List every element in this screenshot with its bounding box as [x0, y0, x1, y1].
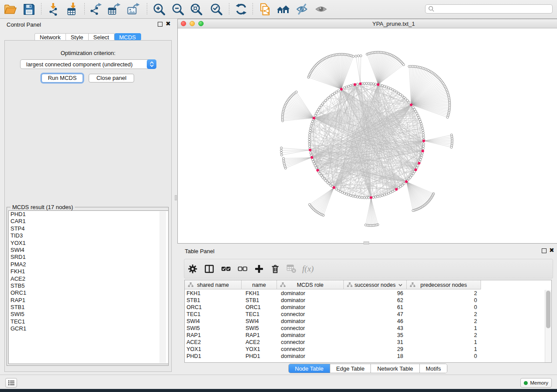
window-close-traffic-light[interactable] — [181, 21, 186, 26]
control-tab-network[interactable]: Network — [35, 33, 66, 41]
mcds-result-item[interactable]: CAR1 — [9, 218, 168, 225]
delete-table-button[interactable] — [284, 262, 298, 276]
mcds-result-item[interactable]: STP4 — [9, 225, 168, 232]
optimization-criterion-select[interactable]: largest connected component (undirected) — [20, 59, 156, 69]
show-graphics-details-button[interactable] — [314, 2, 329, 17]
network-overview-button[interactable] — [276, 2, 291, 17]
window-minimize-traffic-light[interactable] — [190, 21, 195, 26]
cell-MCDS-role: connector — [277, 325, 344, 332]
search-input[interactable] — [435, 5, 552, 13]
mcds-result-item[interactable]: FKH1 — [9, 268, 168, 275]
optimization-select-value: largest connected component (undirected) — [26, 61, 133, 68]
table-row[interactable]: RAP1RAP1dominator352 — [185, 332, 551, 339]
save-session-button[interactable] — [21, 2, 36, 17]
network-window-titlebar[interactable]: YPA_prune.txt_1 — [178, 19, 557, 28]
toggle-columns-button[interactable] — [202, 262, 216, 276]
table-row[interactable]: YOX1YOX1connector291 — [185, 346, 551, 353]
table-panel-float-icon[interactable] — [542, 248, 547, 253]
table-tab-node-table[interactable]: Node Table — [289, 364, 330, 373]
horizontal-splitter-grip[interactable] — [363, 241, 369, 244]
cell-name: RAP1 — [242, 332, 277, 339]
column-header-shared-name[interactable]: shared name — [185, 280, 242, 289]
network-graph-canvas[interactable] — [178, 28, 557, 243]
mcds-result-item[interactable]: YOX1 — [9, 240, 168, 247]
run-mcds-button[interactable]: Run MCDS — [42, 74, 83, 83]
mcds-result-item[interactable]: STB5 — [9, 282, 168, 289]
export-image-icon — [127, 3, 141, 16]
mcds-result-item[interactable]: SRD1 — [9, 254, 168, 261]
mcds-result-item[interactable]: TEC1 — [9, 318, 168, 325]
clone-network-button[interactable] — [257, 2, 272, 17]
cell-MCDS-role: connector — [277, 339, 344, 346]
table-row[interactable]: STB1STB1dominator620 — [185, 297, 551, 304]
control-tab-style[interactable]: Style — [66, 33, 89, 41]
memory-button[interactable]: Memory — [520, 378, 552, 388]
export-table-button[interactable] — [107, 2, 122, 17]
refresh-view-button[interactable] — [234, 2, 249, 17]
open-file-button[interactable] — [3, 2, 17, 17]
column-header-name[interactable]: name — [242, 280, 277, 289]
table-row[interactable]: SWI4SWI4dominator462 — [185, 318, 551, 325]
create-column-button[interactable] — [252, 262, 266, 276]
mcds-result-item[interactable]: STB1 — [9, 304, 168, 311]
mcds-result-item[interactable]: SWI5 — [9, 311, 168, 318]
column-header-successor-nodes[interactable]: successor nodes — [344, 280, 407, 289]
table-row[interactable]: SWI5SWI5connector431 — [185, 325, 551, 332]
zoom-selected-button[interactable] — [209, 2, 224, 17]
select-all-columns-button[interactable] — [219, 262, 233, 276]
mcds-result-item[interactable]: ACE2 — [9, 275, 168, 282]
export-network-icon — [90, 3, 103, 16]
function-builder-button[interactable]: f(x) — [301, 262, 315, 276]
table-tab-edge-table[interactable]: Edge Table — [330, 364, 371, 373]
result-list-scrollbar[interactable] — [159, 211, 166, 363]
table-row[interactable]: PHD1PHD1dominator180 — [185, 353, 551, 360]
table-tab-motifs[interactable]: Motifs — [420, 364, 447, 373]
hide-graphics-details-button[interactable] — [295, 2, 310, 17]
zoom-fit-button[interactable] — [189, 2, 204, 17]
zoom-in-button[interactable] — [152, 2, 166, 17]
mcds-result-item[interactable]: PMA2 — [9, 261, 168, 268]
table-row[interactable]: TEC1TEC1connector472 — [185, 311, 551, 318]
scrollbar-thumb[interactable] — [546, 291, 550, 328]
table-row[interactable]: ACE2ACE2connector311 — [185, 339, 551, 346]
table-row[interactable]: FKH1FKH1dominator962 — [185, 290, 551, 297]
cell-MCDS-role: dominator — [277, 353, 344, 360]
search-box[interactable] — [425, 4, 553, 14]
cell-name: YOX1 — [242, 346, 277, 353]
splitter-grip[interactable] — [175, 195, 177, 200]
unselect-all-columns-button[interactable] — [235, 262, 249, 276]
mcds-result-item[interactable]: ORC1 — [9, 289, 168, 296]
table-scrollbar[interactable] — [545, 290, 551, 362]
export-image-button[interactable] — [126, 2, 141, 17]
table-panel-close-icon[interactable]: ✖ — [549, 247, 554, 254]
control-tab-mcds[interactable]: MCDS — [114, 33, 141, 41]
close-panel-button[interactable]: Close panel — [89, 74, 134, 83]
import-network-button[interactable] — [46, 2, 61, 17]
mcds-result-item[interactable]: GCR1 — [9, 325, 168, 332]
mcds-result-item[interactable]: TID3 — [9, 232, 168, 239]
table-settings-gear-button[interactable] — [186, 262, 200, 276]
cell-predecessor-nodes: 2 — [407, 332, 481, 339]
control-tab-select[interactable]: Select — [89, 33, 114, 41]
close-panel-icon[interactable]: ✖ — [166, 20, 171, 27]
cell-MCDS-role: dominator — [277, 297, 344, 304]
mcds-result-item[interactable]: PHD1 — [9, 211, 168, 218]
mcds-result-item[interactable]: RAP1 — [9, 297, 168, 304]
import-table-button[interactable] — [66, 2, 80, 17]
table-tab-network-table[interactable]: Network Table — [371, 364, 419, 373]
mcds-result-item[interactable]: SWI4 — [9, 247, 168, 254]
cell-successor-nodes: 31 — [344, 339, 407, 346]
task-history-button[interactable] — [5, 378, 17, 388]
mcds-result-title: MCDS result (17 nodes) — [10, 204, 75, 210]
zoom-out-button[interactable] — [170, 2, 185, 17]
export-network-button[interactable] — [89, 2, 104, 17]
column-header-predecessor-nodes[interactable]: predecessor nodes — [407, 280, 481, 289]
delete-columns-button[interactable] — [268, 262, 282, 276]
float-window-icon[interactable] — [158, 22, 163, 27]
mcds-result-list[interactable]: PHD1CAR1STP4TID3YOX1SWI4SRD1PMA2FKH1ACE2… — [8, 210, 169, 364]
column-header-MCDS-role[interactable]: MCDS role — [277, 280, 344, 289]
cell-shared-name: SWI4 — [185, 318, 242, 325]
import-table-icon — [66, 3, 80, 16]
table-row[interactable]: ORC1ORC1dominator610 — [185, 304, 551, 311]
window-maximize-traffic-light[interactable] — [198, 21, 204, 26]
